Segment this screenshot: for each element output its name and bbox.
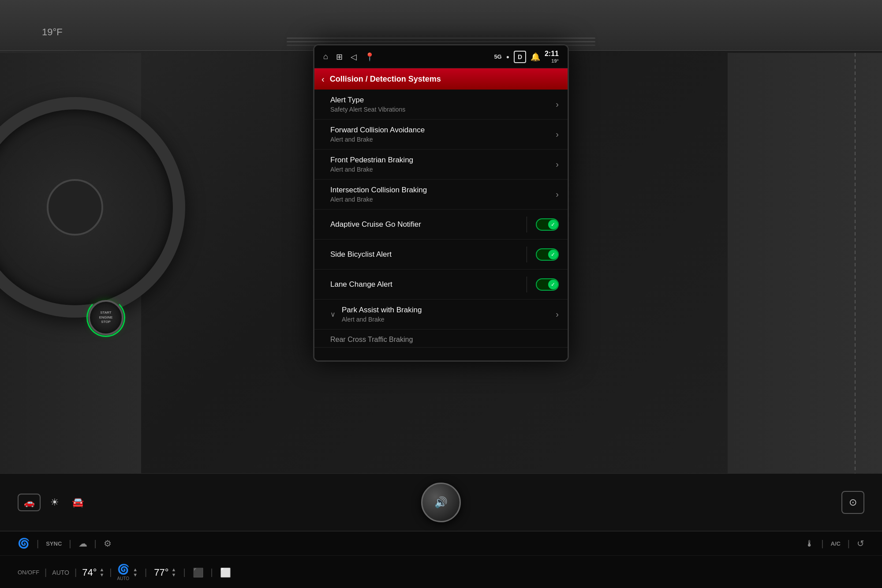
menu-item-intersection-collision[interactable]: Intersection Collision Braking Alert and…: [314, 180, 568, 210]
chevron-right-icon: ›: [556, 189, 559, 199]
gps-dot: ●: [506, 54, 509, 60]
chevron-right-icon: ›: [556, 99, 559, 109]
toggle-divider: [527, 247, 527, 262]
start-engine-button[interactable]: START ENGINE STOP: [88, 300, 123, 335]
menu-item-title: Adaptive Cruise Go Notifier: [330, 220, 421, 229]
toggle-container: ✓: [527, 217, 559, 232]
right-temp-arrows: ▲ ▼: [172, 567, 176, 577]
fan-up-arrow[interactable]: ▲: [133, 567, 138, 572]
ac-off-icon[interactable]: 🌀: [18, 538, 30, 549]
chevron-right-icon: ›: [556, 129, 559, 139]
fan-arrows: ▲ ▼: [133, 567, 138, 577]
menu-item-title: Front Pedestrian Braking: [330, 156, 413, 165]
fan-control[interactable]: 🌀 AUTO: [117, 564, 130, 581]
climate-left-icons: 🌀 | SYNC | ☁ | ⚙: [18, 538, 112, 549]
volume-icon: 🔊: [434, 496, 448, 509]
climate-bottom-row: ON/OFF | AUTO | 74° ▲ ▼ | 🌀 AUTO ▲ ▼ | 7…: [0, 556, 882, 588]
menu-item-title: Side Bicyclist Alert: [330, 250, 392, 259]
temp-down-arrow[interactable]: ▼: [99, 573, 104, 577]
collapse-icon: ∨: [330, 310, 336, 318]
lane-change-toggle[interactable]: ✓: [536, 278, 559, 291]
menu-item-title: Alert Type: [330, 96, 364, 105]
adaptive-cruise-toggle[interactable]: ✓: [536, 218, 559, 231]
climate-right-icons: 🌡 | A/C | ↺: [805, 538, 864, 549]
auto-mode-label[interactable]: AUTO: [52, 569, 69, 576]
divider3: |: [94, 539, 97, 549]
notification-bell[interactable]: 🔔: [531, 52, 540, 62]
temperature-display: 19°F: [42, 26, 63, 38]
toggle-divider: [527, 217, 527, 232]
menu-item-adaptive-cruise[interactable]: Adaptive Cruise Go Notifier ✓: [314, 210, 568, 240]
location-icon[interactable]: 📍: [365, 52, 374, 62]
menu-item-title: Park Assist with Braking: [342, 306, 422, 315]
menu-item-subtitle: Alert and Brake: [330, 136, 373, 143]
on-off-label[interactable]: ON/OFF: [18, 569, 39, 576]
fan-direction-icon[interactable]: ☁: [78, 538, 87, 549]
top-vent-panel: 19°F: [0, 0, 882, 51]
volume-knob[interactable]: 🔊: [421, 483, 461, 522]
chevron-right-icon: ›: [556, 159, 559, 169]
menu-item-forward-collision[interactable]: Forward Collision Avoidance Alert and Br…: [314, 120, 568, 150]
nav-header: ‹ Collision / Detection Systems: [314, 68, 568, 90]
menu-item-side-bicyclist[interactable]: Side Bicyclist Alert ✓: [314, 240, 568, 270]
menu-item-subtitle: Alert and Brake: [330, 196, 373, 203]
menu-item-title: Intersection Collision Braking: [330, 186, 427, 195]
menu-item-title: Forward Collision Avoidance: [330, 126, 425, 135]
right-temp-control: 77° ▲ ▼: [154, 567, 176, 578]
home-icon[interactable]: ⌂: [323, 52, 328, 61]
back-button[interactable]: ‹: [321, 74, 325, 84]
left-temp-value: 74°: [82, 567, 97, 578]
temp-up-arrow[interactable]: ▲: [99, 567, 104, 572]
profile-badge[interactable]: D: [514, 51, 526, 63]
heated-steering-icon[interactable]: ⬜: [220, 567, 231, 578]
camera-icon-button[interactable]: ⊙: [841, 491, 864, 514]
clock-display: 2:11 19°: [545, 49, 559, 64]
rear-defrost-icon[interactable]: ⬛: [193, 567, 204, 578]
status-bar: ⌂ ⊞ ◁ 📍 5G ● D 🔔 2:11 19°: [314, 45, 568, 68]
menu-item-title: Lane Change Alert: [330, 280, 392, 289]
left-temp-control: 74° ▲ ▼: [82, 567, 104, 578]
ac-label: A/C: [830, 540, 840, 547]
temp-down-arrow-right[interactable]: ▼: [172, 573, 176, 577]
side-bicyclist-toggle[interactable]: ✓: [536, 248, 559, 261]
partial-item-title: Rear Cross Traffic Braking: [330, 336, 413, 343]
toggle-knob: ✓: [548, 220, 558, 229]
grid-icon[interactable]: ⊞: [336, 52, 343, 62]
status-bar-nav-icons: ⌂ ⊞ ◁ 📍: [323, 52, 374, 62]
car-icon-button[interactable]: 🚗: [18, 494, 41, 511]
fan-speed-icon[interactable]: ⚙: [104, 538, 112, 549]
bottom-controls-bar: 🚗 ☀ 🚘 🔊 ⊙: [0, 473, 882, 531]
toggle-divider: [527, 277, 527, 292]
page-title: Collision / Detection Systems: [330, 75, 441, 84]
status-bar-right: 5G ● D 🔔 2:11 19°: [494, 49, 559, 64]
menu-item-park-assist[interactable]: ∨ Park Assist with Braking Alert and Bra…: [314, 300, 568, 330]
menu-item-alert-type[interactable]: Alert Type Safety Alert Seat Vibrations …: [314, 90, 568, 120]
brightness-icon-button[interactable]: ☀: [46, 494, 64, 511]
divider2: |: [69, 539, 71, 549]
menu-item-lane-change[interactable]: Lane Change Alert ✓: [314, 270, 568, 300]
toggle-knob: ✓: [548, 250, 558, 259]
signal-indicator: 5G: [494, 53, 501, 60]
left-temp-arrows: ▲ ▼: [99, 567, 104, 577]
start-button-ring: [86, 298, 125, 337]
fan-down-arrow[interactable]: ▼: [133, 573, 138, 577]
left-control-icons: 🚗 ☀ 🚘: [18, 494, 86, 511]
recirculation-icon[interactable]: ↺: [857, 538, 864, 549]
climate-control-bar: 🌀 | SYNC | ☁ | ⚙ 🌡 | A/C | ↺ ON/OFF | AU…: [0, 531, 882, 588]
divider1: |: [37, 539, 39, 549]
menu-item-front-pedestrian[interactable]: Front Pedestrian Braking Alert and Brake…: [314, 150, 568, 180]
menu-item-subtitle: Safety Alert Seat Vibrations: [330, 106, 405, 113]
menu-item-rear-cross-partial[interactable]: Rear Cross Traffic Braking: [314, 330, 568, 348]
route-icon[interactable]: ◁: [351, 52, 357, 62]
climate-top-row: 🌀 | SYNC | ☁ | ⚙ 🌡 | A/C | ↺: [0, 532, 882, 556]
auto-fan-label: AUTO: [117, 576, 130, 581]
car-settings-icon-button[interactable]: 🚘: [69, 494, 86, 511]
menu-list: Alert Type Safety Alert Seat Vibrations …: [314, 90, 568, 360]
right-temp-value: 77°: [154, 567, 168, 578]
toggle-container: ✓: [527, 247, 559, 262]
menu-item-subtitle: Alert and Brake: [342, 316, 385, 323]
temp-up-arrow-right[interactable]: ▲: [172, 567, 176, 572]
toggle-knob: ✓: [548, 280, 558, 289]
toggle-container: ✓: [527, 277, 559, 292]
heated-seat-icon[interactable]: 🌡: [805, 539, 814, 549]
